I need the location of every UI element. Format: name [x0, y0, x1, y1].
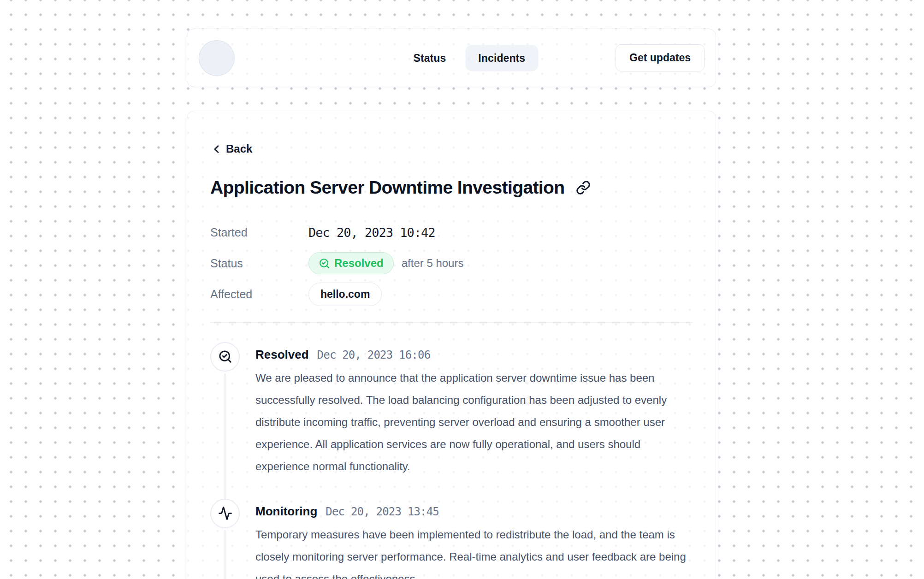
incident-timeline: Resolved Dec 20, 2023 16:06 We are pleas…: [210, 342, 693, 579]
meta-row-started: Started Dec 20, 2023 10:42: [210, 217, 693, 248]
search-check-icon: [210, 342, 240, 372]
update-timestamp: Dec 20, 2023 16:06: [317, 349, 431, 361]
back-button[interactable]: Back: [210, 142, 252, 155]
status-duration: after 5 hours: [402, 257, 464, 270]
update-timestamp: Dec 20, 2023 13:45: [326, 505, 439, 518]
incident-meta: Started Dec 20, 2023 10:42 Status Resolv…: [210, 217, 693, 310]
top-nav: Status Incidents Get updates: [187, 29, 716, 87]
back-label: Back: [226, 142, 252, 155]
meta-row-affected: Affected hello.com: [210, 279, 693, 310]
affected-component-pill[interactable]: hello.com: [308, 283, 382, 306]
page-title: Application Server Downtime Investigatio…: [210, 177, 565, 198]
avatar: [199, 40, 235, 76]
chevron-left-icon: [210, 143, 223, 155]
update-status: Resolved: [255, 348, 309, 362]
started-value: Dec 20, 2023 10:42: [308, 225, 693, 240]
incident-card: Back Application Server Downtime Investi…: [187, 111, 716, 579]
get-updates-button[interactable]: Get updates: [616, 44, 705, 71]
status-label: Status: [210, 257, 308, 270]
tab-status[interactable]: Status: [400, 45, 459, 71]
link-icon[interactable]: [576, 180, 591, 195]
meta-row-status: Status Resolved after 5 hours: [210, 248, 693, 279]
tab-incidents[interactable]: Incidents: [465, 45, 538, 71]
update-body: Temporary measures have been implemented…: [255, 524, 693, 579]
timeline-entry-monitoring: Monitoring Dec 20, 2023 13:45 Temporary …: [210, 499, 693, 579]
nav-tabs: Status Incidents: [400, 45, 538, 71]
started-label: Started: [210, 226, 308, 239]
activity-icon: [210, 499, 240, 528]
update-body: We are pleased to announce that the appl…: [255, 367, 693, 478]
divider: [210, 322, 693, 323]
status-badge: Resolved: [308, 252, 394, 274]
search-check-icon: [319, 258, 330, 269]
affected-label: Affected: [210, 288, 308, 301]
update-status: Monitoring: [255, 504, 317, 519]
status-badge-label: Resolved: [334, 257, 384, 270]
timeline-entry-resolved: Resolved Dec 20, 2023 16:06 We are pleas…: [210, 342, 693, 499]
